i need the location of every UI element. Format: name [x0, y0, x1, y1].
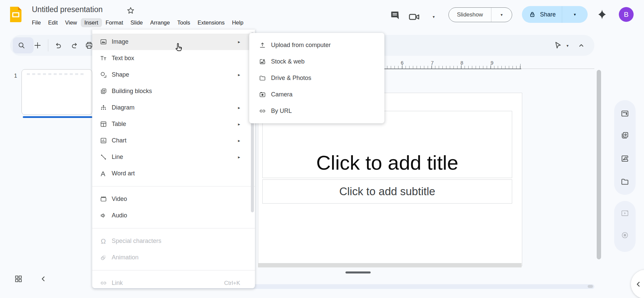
- text-box-icon: [99, 55, 107, 62]
- image-icon: [99, 38, 107, 45]
- submenu-item-camera[interactable]: Camera: [249, 86, 384, 103]
- search-icon[interactable]: [17, 41, 26, 50]
- omega-icon: Ω: [99, 238, 107, 245]
- collapse-filmstrip-chevron-left-icon[interactable]: [39, 274, 48, 283]
- camera-icon: [258, 91, 266, 98]
- shape-icon: [99, 71, 107, 78]
- menu-insert[interactable]: Insert: [81, 18, 102, 27]
- menu-item-link: Link Ctrl+K: [92, 275, 255, 288]
- comments-icon[interactable]: [389, 9, 400, 21]
- canvas-horizontal-scrollbar[interactable]: [258, 263, 522, 267]
- slideshow-button[interactable]: Slideshow ▾: [448, 7, 512, 22]
- sidebar-pill-bottom: [614, 201, 636, 252]
- slideshow-label: Slideshow: [449, 11, 491, 18]
- menu-item-chart[interactable]: Chart ▸: [92, 132, 255, 149]
- folder-icon: [258, 75, 266, 82]
- grid-view-icon[interactable]: [14, 274, 23, 283]
- templates-panel-icon[interactable]: [621, 109, 629, 118]
- menu-item-building-blocks[interactable]: Building blocks: [92, 83, 255, 99]
- collapse-side-panel-button[interactable]: [631, 270, 644, 298]
- word-art-icon: [99, 170, 107, 177]
- ruler-extension-line: [521, 69, 594, 69]
- audio-icon: [99, 212, 107, 219]
- image-submenu: Upload from computer Stock & web Drive &…: [249, 33, 384, 123]
- menu-format[interactable]: Format: [102, 18, 127, 27]
- collapse-menus-chevron-up-icon[interactable]: [577, 41, 586, 50]
- new-slide-plus-icon[interactable]: [33, 41, 42, 50]
- upload-icon: [258, 42, 266, 49]
- bottom-scrollbar-thumb[interactable]: [588, 285, 593, 288]
- select-pointer-icon[interactable]: [553, 41, 562, 50]
- menu-slide[interactable]: Slide: [127, 18, 147, 27]
- submenu-item-upload-from-computer[interactable]: Upload from computer: [249, 37, 384, 53]
- link-icon: [258, 108, 266, 115]
- shortcut-label: Ctrl+K: [224, 280, 255, 287]
- thumbnail-title-dashes: [27, 73, 85, 75]
- document-title[interactable]: Untitled presentation: [32, 5, 103, 14]
- menu-edit[interactable]: Edit: [45, 18, 61, 27]
- animation-icon: [99, 254, 107, 261]
- menu-file[interactable]: File: [28, 18, 45, 27]
- menubar: File Edit View Insert Format Slide Arran…: [28, 18, 247, 27]
- menu-tools[interactable]: Tools: [173, 18, 194, 27]
- building-blocks-icon: [99, 88, 107, 95]
- menu-help[interactable]: Help: [228, 18, 247, 27]
- submenu-item-stock-web[interactable]: Stock & web: [249, 53, 384, 70]
- pointer-dropdown-caret[interactable]: ▾: [567, 43, 569, 48]
- link-icon: [99, 280, 107, 287]
- redo-icon[interactable]: [70, 41, 79, 50]
- toolbar-divider: [48, 39, 48, 51]
- chart-icon: [99, 137, 107, 144]
- video-icon: [99, 196, 107, 203]
- menu-item-diagram[interactable]: Diagram ▸: [92, 99, 255, 116]
- stock-web-icon: [258, 58, 266, 65]
- slideshow-dropdown-caret[interactable]: ▾: [491, 12, 512, 17]
- share-dropdown-caret[interactable]: ▾: [562, 12, 588, 17]
- slides-logo-icon[interactable]: [10, 7, 21, 22]
- diagram-icon: [99, 104, 107, 111]
- menu-separator: [92, 186, 255, 186]
- google-slides-app: Untitled presentation File Edit View Ins…: [0, 0, 644, 298]
- gemini-spark-icon[interactable]: [596, 9, 608, 20]
- star-icon[interactable]: [126, 6, 135, 15]
- camera-dropdown-caret[interactable]: ▾: [433, 14, 435, 19]
- line-icon: [99, 154, 107, 161]
- share-button[interactable]: Share ▾: [522, 6, 588, 23]
- undo-icon[interactable]: [54, 41, 62, 50]
- menu-item-video[interactable]: Video: [92, 191, 255, 207]
- menu-item-word-art[interactable]: Word art: [92, 165, 255, 182]
- lock-icon: [529, 11, 536, 18]
- submenu-item-drive-photos[interactable]: Drive & Photos: [249, 70, 384, 86]
- speaker-notes-resize-handle[interactable]: [345, 271, 371, 273]
- slideshow-gen-panel-icon[interactable]: [621, 209, 629, 218]
- submenu-item-by-url[interactable]: By URL: [249, 103, 384, 119]
- insert-dropdown-menu: Image ▸ Text box Shape ▸ Building blocks…: [92, 30, 255, 288]
- subtitle-placeholder[interactable]: Click to add subtitle: [262, 179, 512, 204]
- record-panel-icon[interactable]: [621, 231, 629, 240]
- photos-panel-icon[interactable]: [621, 131, 629, 140]
- share-label: Share: [540, 11, 556, 18]
- avatar[interactable]: B: [619, 7, 634, 22]
- meet-camera-icon[interactable]: [408, 10, 421, 23]
- menu-item-table[interactable]: Table ▸: [92, 116, 255, 132]
- table-icon: [99, 121, 107, 128]
- thumbnail-selection-bar: [23, 116, 92, 118]
- slide-number: 1: [14, 73, 17, 79]
- panel-chevron-left-icon: [634, 280, 643, 289]
- mouse-hand-cursor: [174, 42, 184, 54]
- menu-separator: [92, 270, 255, 270]
- menu-item-line[interactable]: Line ▸: [92, 149, 255, 165]
- canvas-vertical-scrollbar[interactable]: [597, 70, 601, 259]
- drive-folder-panel-icon[interactable]: [621, 177, 629, 186]
- menu-item-audio[interactable]: Audio: [92, 207, 255, 224]
- image-search-panel-icon[interactable]: [621, 154, 629, 163]
- menu-item-animation: Animation: [92, 249, 255, 266]
- slide-thumbnail[interactable]: [21, 69, 92, 115]
- menu-item-special-characters: Ω Special characters: [92, 233, 255, 249]
- menu-separator: [92, 228, 255, 228]
- menu-view[interactable]: View: [61, 18, 80, 27]
- menu-arrange[interactable]: Arrange: [147, 18, 174, 27]
- menu-extensions[interactable]: Extensions: [194, 18, 228, 27]
- menu-item-shape[interactable]: Shape ▸: [92, 67, 255, 83]
